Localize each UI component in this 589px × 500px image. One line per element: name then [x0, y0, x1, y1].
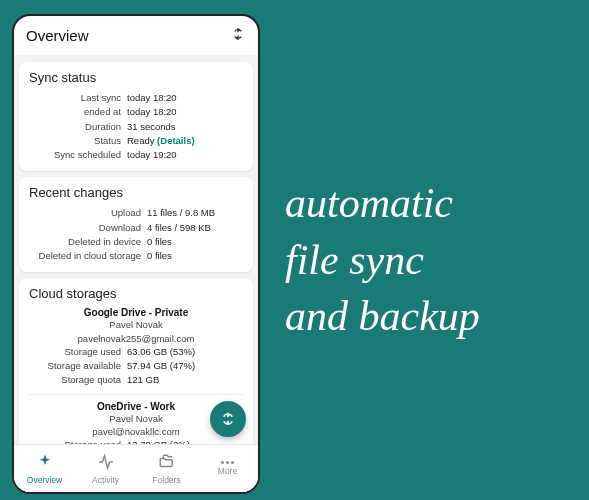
kv-key: Storage available — [29, 359, 121, 373]
kv-key: Status — [29, 134, 121, 148]
nav-label: Overview — [27, 475, 62, 485]
kv-row: Last synctoday 18:20 — [29, 91, 243, 105]
kv-value: today 19:20 — [127, 148, 243, 162]
kv-key: Last sync — [29, 91, 121, 105]
kv-row: Duration31 seconds — [29, 120, 243, 134]
kv-key: Sync scheduled — [29, 148, 121, 162]
nav-item-activity[interactable]: Activity — [75, 445, 136, 492]
kv-value: 31 seconds — [127, 120, 243, 134]
folders-icon — [158, 453, 176, 473]
recent-changes-rows: Upload11 files / 9.8 MBDownload4 files /… — [29, 206, 243, 263]
kv-row: Deleted in cloud storage0 files — [29, 249, 243, 263]
kv-row: Storage available57.94 GB (47%) — [29, 359, 243, 373]
promo-line-2: file sync — [285, 232, 480, 289]
recent-changes-title: Recent changes — [29, 185, 243, 200]
phone-mockup: Overview Sync status Last synctoday 18:2… — [12, 14, 260, 494]
kv-value: 4 files / 598 KB — [147, 221, 243, 235]
storage-user: Pavel Novak — [29, 318, 243, 331]
cloud-storages-title: Cloud storages — [29, 286, 243, 301]
recent-changes-card: Recent changes Upload11 files / 9.8 MBDo… — [19, 177, 253, 272]
kv-key: Storage used — [29, 345, 121, 359]
storage-email: pavelnovak255@gmail.com — [29, 332, 243, 345]
nav-label: Activity — [92, 475, 119, 485]
sync-now-icon[interactable] — [230, 26, 246, 46]
divider — [29, 394, 243, 395]
app-header: Overview — [14, 16, 258, 56]
sync-status-rows: Last synctoday 18:20ended attoday 18:20D… — [29, 91, 243, 162]
kv-row: ended attoday 18:20 — [29, 105, 243, 119]
kv-key: Deleted in device — [29, 235, 141, 249]
nav-item-folders[interactable]: Folders — [136, 445, 197, 492]
promo-headline: automatic file sync and backup — [285, 175, 480, 345]
storage-name: OneDrive - Work — [29, 401, 243, 412]
nav-label: More — [218, 466, 237, 476]
storage-name: Google Drive - Private — [29, 307, 243, 318]
kv-value: Ready (Details) — [127, 134, 243, 148]
sync-status-title: Sync status — [29, 70, 243, 85]
kv-row: Upload11 files / 9.8 MB — [29, 206, 243, 220]
kv-key: Storage quota — [29, 373, 121, 387]
promo-line-3: and backup — [285, 288, 480, 345]
sync-fab-button[interactable] — [210, 401, 246, 437]
kv-value: today 18:20 — [127, 105, 243, 119]
kv-key: Duration — [29, 120, 121, 134]
sparkle-icon — [36, 453, 54, 473]
kv-value: 0 files — [147, 249, 243, 263]
kv-key: Deleted in cloud storage — [29, 249, 141, 263]
kv-row: Sync scheduledtoday 19:20 — [29, 148, 243, 162]
page-title: Overview — [26, 27, 89, 44]
kv-value: today 18:20 — [127, 91, 243, 105]
dots-icon — [219, 461, 237, 464]
storage-account[interactable]: Google Drive - PrivatePavel Novakpavelno… — [29, 307, 243, 387]
kv-value: 11 files / 9.8 MB — [147, 206, 243, 220]
kv-row: Deleted in device0 files — [29, 235, 243, 249]
details-link[interactable]: (Details) — [154, 135, 194, 146]
sync-status-card: Sync status Last synctoday 18:20ended at… — [19, 62, 253, 171]
kv-key: ended at — [29, 105, 121, 119]
nav-item-overview[interactable]: Overview — [14, 445, 75, 492]
bottom-nav: OverviewActivityFoldersMore — [14, 444, 258, 492]
nav-label: Folders — [152, 475, 180, 485]
activity-icon — [97, 453, 115, 473]
kv-value: 63.06 GB (53%) — [127, 345, 243, 359]
kv-row: Download4 files / 598 KB — [29, 221, 243, 235]
kv-value: 57.94 GB (47%) — [127, 359, 243, 373]
kv-row: StatusReady (Details) — [29, 134, 243, 148]
kv-key: Upload — [29, 206, 141, 220]
kv-row: Storage used63.06 GB (53%) — [29, 345, 243, 359]
nav-item-more[interactable]: More — [197, 445, 258, 492]
promo-line-1: automatic — [285, 175, 480, 232]
kv-row: Storage quota121 GB — [29, 373, 243, 387]
kv-key: Download — [29, 221, 141, 235]
kv-value: 0 files — [147, 235, 243, 249]
kv-value: 121 GB — [127, 373, 243, 387]
